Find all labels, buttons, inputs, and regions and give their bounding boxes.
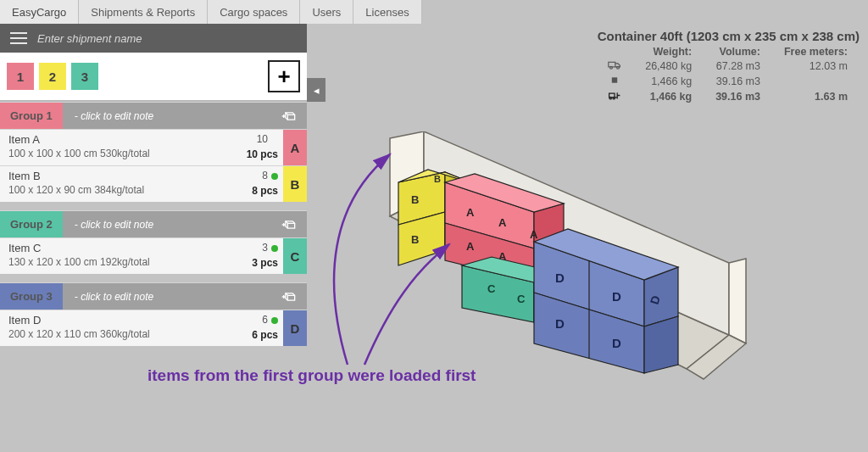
truck-icon: [596, 59, 633, 74]
collapse-panel-button[interactable]: ◂: [307, 78, 326, 102]
group-tag-3[interactable]: 3: [71, 63, 98, 90]
status-dot: [271, 137, 278, 143]
status-dot: [271, 245, 278, 252]
nav-users[interactable]: Users: [300, 0, 353, 24]
group-note[interactable]: - click to edit note: [63, 283, 271, 310]
square-icon: [596, 74, 633, 89]
item-letter: C: [283, 238, 307, 274]
svg-rect-9: [612, 77, 617, 82]
container-3d-view[interactable]: B B B A A A A A A C C D D D D: [364, 131, 754, 403]
col-volume: Volume:: [704, 45, 772, 59]
nav-shipments[interactable]: Shipments & Reports: [79, 0, 208, 24]
svg-text:D: D: [555, 316, 565, 331]
group-tag-1[interactable]: 1: [7, 63, 34, 90]
item-letter: B: [283, 166, 307, 202]
svg-text:B: B: [411, 193, 419, 206]
item-name: Item A: [8, 133, 227, 146]
svg-point-7: [610, 66, 613, 69]
annotation-text: items from the first group were loaded f…: [147, 366, 476, 385]
forklift-icon: [596, 89, 633, 104]
svg-text:B: B: [411, 233, 419, 246]
col-weight: Weight:: [633, 45, 704, 59]
group-name: Group 3: [0, 283, 63, 310]
container-info-panel: Container 40ft (1203 cm x 235 cm x 238 c…: [596, 29, 860, 104]
nav-licenses[interactable]: Licenses: [353, 0, 421, 24]
item-name: Item D: [8, 314, 227, 326]
col-free: Free meters:: [772, 45, 860, 59]
svg-text:A: A: [530, 228, 538, 241]
add-group-button[interactable]: +: [268, 60, 300, 92]
group-note[interactable]: - click to edit note: [63, 103, 271, 129]
menu-button[interactable]: [0, 24, 37, 53]
group-tag-row: 1 2 3 +: [0, 53, 307, 102]
svg-marker-16: [729, 259, 746, 343]
item-letter: D: [283, 310, 307, 346]
add-item-icon[interactable]: [271, 283, 307, 310]
item-name: Item B: [8, 170, 227, 182]
item-dims: 100 x 100 x 100 cm 530kg/total: [8, 148, 227, 159]
svg-text:D: D: [555, 271, 565, 285]
brand-tab[interactable]: EasyCargo: [0, 0, 79, 24]
nav-cargo-spaces[interactable]: Cargo spaces: [208, 0, 300, 24]
item-row[interactable]: Item D200 x 120 x 110 cm 360kg/total 66 …: [0, 310, 307, 346]
svg-text:A: A: [498, 216, 507, 229]
item-row[interactable]: Item C130 x 120 x 100 cm 192kg/total 33 …: [0, 237, 307, 274]
add-item-icon[interactable]: [271, 211, 307, 237]
group-name: Group 2: [0, 211, 63, 237]
item-dims: 200 x 120 x 110 cm 360kg/total: [8, 328, 227, 340]
left-panel: Enter shipment name 1 2 3 + Group 1 - cl…: [0, 24, 307, 346]
svg-point-12: [613, 98, 615, 99]
item-letter: A: [283, 130, 307, 165]
svg-point-8: [617, 66, 620, 69]
item-dims: 100 x 120 x 90 cm 384kg/total: [8, 184, 227, 196]
item-row[interactable]: Item B100 x 120 x 90 cm 384kg/total 88 p…: [0, 165, 307, 202]
svg-text:A: A: [466, 206, 475, 219]
item-row[interactable]: Item A100 x 100 x 100 cm 530kg/total 101…: [0, 129, 307, 165]
status-dot: [271, 173, 278, 180]
svg-text:B: B: [434, 174, 441, 184]
svg-marker-46: [644, 316, 678, 373]
container-title: Container 40ft (1203 cm x 235 cm x 238 c…: [596, 29, 860, 43]
group-note[interactable]: - click to edit note: [63, 211, 271, 237]
group-header[interactable]: Group 1 - click to edit note: [0, 102, 307, 129]
svg-text:A: A: [466, 240, 475, 253]
item-dims: 130 x 120 x 100 cm 192kg/total: [8, 256, 227, 268]
group-name: Group 1: [0, 103, 63, 129]
status-dot: [271, 317, 278, 324]
group-tag-2[interactable]: 2: [39, 63, 66, 90]
svg-text:D: D: [612, 289, 621, 304]
shipment-name-input[interactable]: Enter shipment name: [37, 32, 142, 45]
item-name: Item C: [8, 242, 227, 254]
svg-text:C: C: [517, 293, 526, 305]
add-item-icon[interactable]: [271, 103, 307, 129]
svg-text:C: C: [487, 282, 496, 295]
svg-text:D: D: [612, 336, 621, 350]
group-header[interactable]: Group 2 - click to edit note: [0, 210, 307, 237]
group-header[interactable]: Group 3 - click to edit note: [0, 282, 307, 310]
svg-point-11: [609, 98, 611, 99]
